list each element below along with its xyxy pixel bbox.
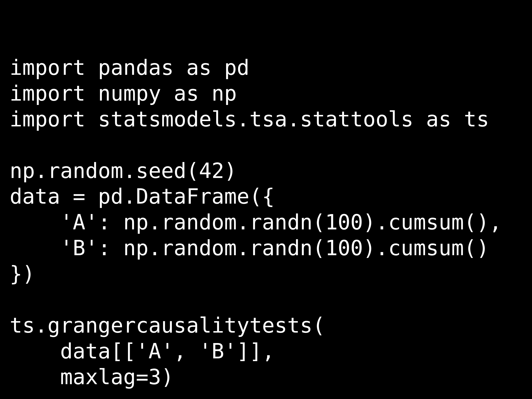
code-snippet: import pandas as pd import numpy as np i… [0, 21, 532, 390]
